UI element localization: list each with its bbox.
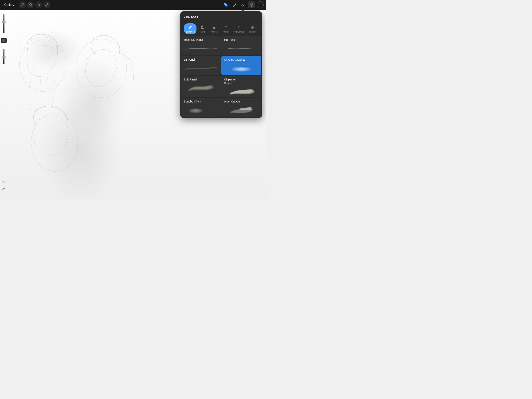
brush-preview-hb-pencil (224, 42, 259, 53)
smudge-button[interactable]: S (35, 1, 42, 8)
svg-point-27 (245, 69, 245, 69)
brush-preview-oil-pastel (224, 85, 259, 96)
svg-point-44 (193, 111, 193, 112)
tab-inking[interactable]: Inking (198, 23, 207, 34)
brush-name-shading-graphite: Shading Graphite (224, 58, 259, 61)
right-tools (222, 1, 264, 8)
layers-button[interactable] (248, 1, 255, 8)
svg-line-2 (45, 5, 47, 6)
brush-preview-soft-pastel (184, 82, 218, 93)
brush-preview-artist-crayon (224, 104, 259, 115)
brush-modified-oil-pastel: Modified (224, 82, 259, 84)
svg-point-36 (192, 110, 192, 111)
brush-preview-technical-pencil (184, 42, 218, 53)
svg-point-28 (235, 69, 236, 69)
brush-artist-crayon[interactable]: Artist Crayon (222, 98, 261, 117)
airbrushing-icon (236, 25, 242, 30)
svg-point-48 (199, 111, 200, 111)
left-sidebar (0, 10, 8, 200)
undo-button[interactable] (1, 180, 7, 185)
svg-point-37 (194, 110, 194, 110)
painting-icon (211, 25, 217, 30)
svg-point-38 (195, 109, 196, 110)
opacity-thumb[interactable] (2, 21, 6, 23)
tab-artistic[interactable]: Artistic (221, 23, 231, 34)
painting-label: Painting (210, 31, 217, 33)
svg-point-25 (240, 69, 241, 69)
brush-grid: Technical Pencil HB Pencil 6B Pencil (180, 35, 262, 118)
brush-name-artist-crayon: Artist Crayon (224, 100, 259, 103)
svg-point-43 (203, 111, 204, 111)
svg-point-42 (202, 110, 202, 111)
redo-button[interactable] (1, 186, 7, 192)
tab-sketching[interactable]: Sketching (184, 23, 196, 34)
artistic-icon (223, 25, 228, 30)
svg-point-13 (214, 27, 215, 28)
brush-preview-bonobo-chalk (184, 104, 218, 115)
panel-arrow (241, 9, 244, 11)
brush-name-6b-pencil: 6B Pencil (184, 58, 218, 61)
svg-point-35 (188, 108, 208, 114)
brush-bonobo-chalk[interactable]: Bonobo Chalk (181, 98, 221, 117)
magic-button[interactable] (27, 1, 34, 8)
svg-rect-17 (253, 27, 254, 29)
svg-point-22 (244, 68, 244, 68)
tab-textures[interactable]: Textures (247, 23, 258, 34)
svg-rect-15 (253, 26, 254, 27)
svg-point-26 (243, 68, 243, 69)
opacity-slider[interactable] (3, 14, 5, 33)
wrench-button[interactable] (19, 1, 26, 8)
sketching-label: Sketching (186, 31, 195, 33)
airbrushing-label: Airbrushing (234, 31, 244, 33)
svg-point-12 (213, 26, 215, 28)
svg-point-45 (194, 111, 195, 111)
svg-point-40 (198, 109, 199, 110)
svg-line-1 (47, 4, 48, 5)
eraser-tool-button[interactable] (240, 1, 247, 8)
svg-rect-14 (251, 26, 253, 27)
brush-hb-pencil[interactable]: HB Pencil (222, 36, 261, 55)
panel-title: Brushes (184, 15, 198, 19)
brush-6b-pencil[interactable]: 6B Pencil (181, 56, 221, 75)
inking-label: Inking (200, 31, 205, 33)
svg-point-46 (196, 111, 196, 111)
pen-tool-button[interactable] (222, 1, 229, 8)
brush-tool-button[interactable] (231, 1, 238, 8)
color-square-button[interactable] (1, 38, 7, 43)
svg-rect-16 (251, 27, 253, 29)
brush-soft-pastel[interactable]: Soft Pastel (181, 76, 221, 97)
inking-icon (200, 25, 205, 30)
tab-airbrushing[interactable]: Airbrushing (232, 23, 246, 34)
brush-name-bonobo-chalk: Bonobo Chalk (184, 100, 218, 103)
svg-point-3 (225, 4, 226, 5)
brush-technical-pencil[interactable]: Technical Pencil (181, 36, 221, 55)
transform-button[interactable] (44, 1, 51, 8)
brush-shading-graphite[interactable]: Shading Graphite (222, 56, 261, 75)
top-toolbar: Gallery S (0, 0, 266, 10)
svg-point-20 (239, 68, 239, 68)
svg-point-49 (201, 111, 201, 111)
brush-name-hb-pencil: HB Pencil (224, 38, 259, 41)
size-slider[interactable] (3, 49, 5, 64)
artistic-label: Artistic (223, 31, 229, 33)
svg-point-39 (197, 109, 197, 110)
tab-painting[interactable]: Painting (209, 23, 219, 34)
add-brush-button[interactable]: + (255, 14, 258, 20)
svg-marker-4 (250, 3, 253, 5)
color-picker[interactable] (257, 1, 264, 8)
brushes-panel: Brushes + Sketching Inking (180, 11, 262, 118)
brush-name-technical-pencil: Technical Pencil (184, 38, 218, 41)
size-thumb[interactable] (2, 57, 6, 58)
category-tabs: Sketching Inking Painting (180, 22, 262, 35)
textures-icon (250, 25, 255, 30)
sketching-icon (188, 25, 193, 30)
gallery-button[interactable]: Gallery (2, 2, 16, 8)
brush-oil-pastel[interactable]: Oil pastel Modified (222, 76, 261, 97)
brush-preview-6b-pencil (184, 62, 218, 73)
svg-point-41 (200, 110, 200, 110)
panel-header: Brushes + (180, 11, 262, 22)
brush-name-oil-pastel: Oil pastel (224, 78, 259, 81)
svg-point-18 (229, 66, 254, 72)
svg-point-23 (246, 68, 247, 68)
brush-name-soft-pastel: Soft Pastel (184, 78, 218, 81)
